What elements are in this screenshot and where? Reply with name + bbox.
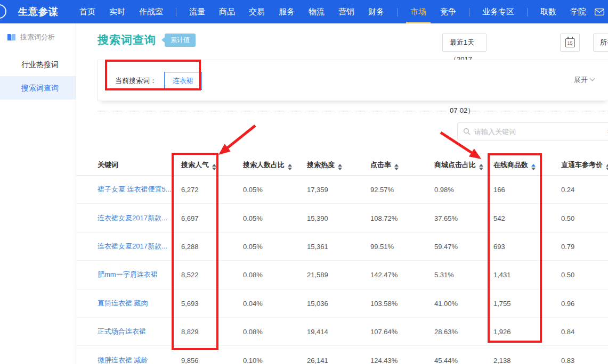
nav-item-data-extract[interactable]: 取数 — [540, 0, 556, 23]
keyword-link[interactable]: 裙子女夏 连衣裙便宜5... — [98, 185, 172, 194]
search-terms-table: 关键词搜索人气搜索人数占比搜索热度点击率商城点击占比在线商品数直通车参考价 裙子… — [76, 154, 608, 364]
nav-item-competition[interactable]: 竞争 — [440, 0, 456, 23]
sort-icon-online-products[interactable] — [531, 164, 536, 170]
cell-searcher-ratio: 0.04% — [243, 299, 263, 307]
sort-asc-arrow — [338, 164, 342, 167]
cell-click-rate: 99.51% — [370, 242, 394, 250]
cell-click-rate: 107.64% — [370, 328, 398, 336]
page-title-row: 搜索词查询 累计值 — [98, 32, 196, 47]
cell-searcher-ratio: 0.05% — [243, 186, 263, 194]
nav-item-traffic[interactable]: 流量 — [189, 0, 205, 23]
table-row: 直筒连衣裙 藏肉5,6930.04%15,036103.58%41.00%1,7… — [76, 289, 608, 318]
cell-online-products: 166 — [493, 186, 505, 194]
calendar-button[interactable]: 15 — [560, 34, 580, 52]
sort-icon-mall-click-ratio[interactable] — [479, 164, 483, 170]
nav-item-marketing[interactable]: 营销 — [338, 0, 354, 23]
sort-desc-arrow — [394, 168, 399, 170]
nav-item-realtime[interactable]: 实时 — [109, 0, 125, 23]
column-label-searcher-ratio: 搜索人数占比 — [243, 161, 285, 169]
cell-online-products: 1,431 — [493, 271, 511, 279]
nav-item-logistics[interactable]: 物流 — [309, 0, 325, 23]
nav-item-market[interactable]: 市场 — [410, 0, 426, 23]
sort-icon-search-popularity[interactable] — [212, 164, 216, 170]
nav-divider — [397, 8, 398, 16]
nav-divider — [176, 8, 176, 16]
cell-search-popularity: 6,697 — [181, 214, 199, 222]
column-header-keyword: 关键词 — [98, 154, 118, 176]
table-row: 连衣裙女夏2017新款...6,6970.05%15,390108.72%37.… — [76, 204, 608, 232]
nav-divider — [527, 8, 528, 16]
cell-searcher-ratio: 0.05% — [243, 242, 263, 250]
cell-ppc-reference-price: 0.50 — [561, 214, 574, 222]
cell-click-rate: 103.58% — [370, 299, 398, 307]
brand-logo[interactable]: 生意参谋 — [18, 5, 59, 18]
cell-mall-click-ratio: 59.47% — [434, 242, 458, 250]
app-logo-icon — [0, 4, 6, 19]
search-term-tag[interactable]: 连衣裙 — [164, 72, 202, 90]
column-header-online-products[interactable]: 在线商品数 — [493, 154, 536, 176]
sort-asc-arrow — [212, 164, 216, 167]
nav-item-product[interactable]: 商品 — [219, 0, 235, 23]
keyword-link[interactable]: 直筒连衣裙 藏肉 — [98, 299, 148, 308]
cell-search-heat: 19,414 — [307, 328, 328, 336]
column-header-click-rate[interactable]: 点击率 — [370, 154, 399, 176]
cell-mall-click-ratio: 28.63% — [434, 328, 458, 336]
sort-icon-click-rate[interactable] — [394, 164, 399, 170]
nav-item-service[interactable]: 服务 — [279, 0, 295, 23]
sort-desc-arrow — [606, 168, 608, 170]
filter-row: 当前搜索词： 连衣裙 — [115, 72, 202, 90]
column-label-ppc-reference-price: 直通车参考价 — [561, 161, 603, 169]
cell-mall-click-ratio: 41.00% — [434, 299, 458, 307]
column-header-search-popularity[interactable]: 搜索人气 — [181, 154, 216, 176]
column-header-mall-click-ratio[interactable]: 商城点击占比 — [434, 154, 483, 176]
chevron-down-icon — [590, 76, 595, 81]
cell-search-popularity: 9,856 — [181, 356, 199, 364]
sort-icon-search-heat[interactable] — [338, 164, 342, 170]
column-label-click-rate: 点击率 — [370, 161, 391, 169]
mail-icon[interactable] — [595, 8, 604, 18]
cell-search-heat: 21,589 — [307, 271, 328, 279]
nav-item-war-room[interactable]: 作战室 — [139, 0, 163, 23]
keyword-search-input[interactable] — [474, 128, 603, 136]
table-row: 微胖连衣裙 减龄9,8560.10%26,141124.43%45.44%2,1… — [76, 346, 608, 364]
keyword-link[interactable]: 连衣裙女夏2017新款... — [98, 213, 167, 223]
sort-desc-arrow — [338, 168, 342, 170]
sidebar-item-industry-hot-words[interactable]: 行业热搜词 — [0, 53, 76, 76]
keyword-link[interactable]: 肥mm一字肩连衣裙 — [98, 270, 158, 279]
cell-search-heat: 17,359 — [307, 186, 328, 194]
column-header-search-heat[interactable]: 搜索热度 — [307, 154, 342, 176]
sidebar-section-search-word-analysis[interactable]: 搜索词分析 — [0, 23, 76, 42]
sort-icon-searcher-ratio[interactable] — [288, 164, 292, 170]
cell-click-rate: 142.47% — [370, 271, 398, 279]
column-header-searcher-ratio[interactable]: 搜索人数占比 — [243, 154, 292, 176]
sort-desc-arrow — [531, 168, 536, 170]
terminal-selector[interactable]: 所有终端 — [593, 34, 608, 52]
nav-item-trade[interactable]: 交易 — [249, 0, 265, 23]
table-row: 裙子女夏 连衣裙便宜5...6,2720.05%17,35992.57%0.98… — [76, 176, 608, 204]
expand-toggle[interactable]: 展开 — [574, 75, 594, 85]
cell-search-popularity: 6,272 — [181, 186, 199, 194]
current-search-term-label: 当前搜索词： — [115, 76, 157, 86]
keyword-link[interactable]: 连衣裙女夏2017新款... — [98, 242, 167, 251]
table-row: 肥mm一字肩连衣裙8,5220.08%21,589142.47%5.31%1,4… — [76, 261, 608, 289]
nav-item-business-zone[interactable]: 业务专区 — [482, 0, 514, 23]
cell-online-products: 1,926 — [493, 328, 511, 336]
nav-item-academy[interactable]: 学院 — [570, 0, 586, 23]
cell-ppc-reference-price: 0.24 — [561, 186, 574, 194]
cell-online-products: 2,138 — [493, 356, 511, 364]
cell-ppc-reference-price: 0.84 — [561, 328, 574, 336]
keyword-link[interactable]: 正式场合连衣裙 — [98, 327, 146, 336]
sort-asc-arrow — [479, 164, 483, 167]
keyword-link[interactable]: 微胖连衣裙 减龄 — [98, 355, 148, 364]
cell-ppc-reference-price: 0.50 — [561, 271, 574, 279]
nav-item-finance[interactable]: 财务 — [368, 0, 384, 23]
sort-icon-ppc-reference-price[interactable] — [606, 164, 608, 170]
sidebar-item-search-word-query[interactable]: 搜索词查询 — [0, 76, 76, 100]
column-label-online-products: 在线商品数 — [493, 161, 528, 169]
cell-searcher-ratio: 0.10% — [243, 356, 263, 364]
cell-online-products: 1,755 — [493, 299, 511, 307]
column-header-ppc-reference-price[interactable]: 直通车参考价 — [561, 154, 608, 176]
nav-item-home[interactable]: 首页 — [79, 0, 95, 23]
date-range-selector[interactable]: 最近1天（2017-07-02~2017-07-02） — [442, 34, 487, 52]
search-icon — [463, 128, 471, 135]
